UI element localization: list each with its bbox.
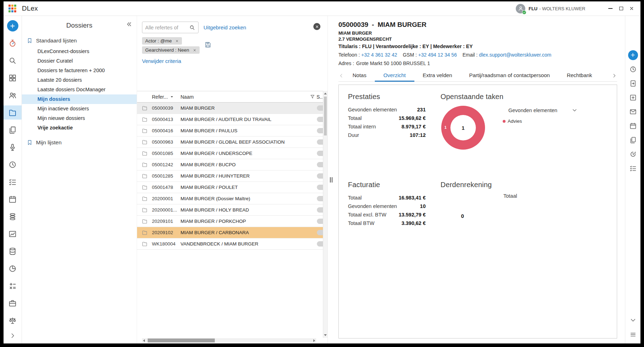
- column-header-naam[interactable]: Naam: [181, 94, 308, 100]
- tabs-scroll-left-icon[interactable]: [338, 73, 344, 79]
- add-icon[interactable]: [4, 19, 22, 33]
- mail-icon[interactable]: [625, 106, 640, 117]
- tab-overzicht[interactable]: Overzicht: [375, 70, 414, 82]
- phone-link[interactable]: +32 4 361 32 42: [361, 52, 397, 58]
- sidebar-item-laatste-dossiers-docmanager[interactable]: Laatste dossiers DocManager: [22, 85, 137, 94]
- statistics-icon[interactable]: [4, 261, 22, 276]
- table-row[interactable]: 05001478MIAM BURGER / POULET: [137, 182, 323, 193]
- dossiers-icon[interactable]: [4, 105, 22, 120]
- table-row[interactable]: 05000039MIAM BURGER: [137, 103, 323, 114]
- finance-icon[interactable]: [4, 209, 22, 224]
- tab-partij-raadsman[interactable]: Partij/raadsman of contactpersoon: [461, 70, 558, 82]
- sidebar-item-laatste-20-dossiers[interactable]: Laatste 20 dossiers: [22, 75, 137, 85]
- scroll-right-arrow[interactable]: [313, 339, 315, 342]
- open-tasks-donut-chart[interactable]: 1 1: [441, 106, 485, 150]
- export-document-icon[interactable]: [625, 78, 640, 88]
- sidebar-item-vrije-zoekactie[interactable]: Vrije zoekactie: [22, 123, 137, 133]
- scroll-left-arrow[interactable]: [143, 339, 145, 342]
- dictation-icon[interactable]: [4, 140, 22, 154]
- calculator-icon[interactable]: [4, 279, 22, 293]
- add-icon[interactable]: [625, 50, 640, 60]
- contacts-icon[interactable]: [4, 88, 22, 102]
- sidebar-item-mijn-nieuwe-dossiers[interactable]: Mijn nieuwe dossiers: [22, 114, 137, 123]
- table-row[interactable]: 20200001MIAM BURGER (Dossier Maître): [137, 193, 323, 204]
- time-icon[interactable]: [625, 64, 640, 74]
- documents-icon[interactable]: [4, 123, 22, 137]
- sidebar-item-mijn-inactieve-dossiers[interactable]: Mijn inactieve dossiers: [22, 104, 137, 114]
- save-search-button[interactable]: [204, 41, 212, 50]
- search-icon[interactable]: [4, 53, 22, 68]
- minimize-button[interactable]: [605, 3, 616, 14]
- reports-icon[interactable]: [4, 227, 22, 241]
- sidebar-item-mijn-dossiers[interactable]: Mijn dossiers: [22, 94, 137, 104]
- menu-icon[interactable]: [625, 329, 640, 340]
- horizontal-scrollbar[interactable]: [142, 338, 316, 343]
- column-header-referte[interactable]: Refer...: [152, 94, 181, 100]
- agenda-icon[interactable]: [4, 192, 22, 206]
- user-avatar[interactable]: [516, 4, 525, 13]
- close-button[interactable]: [626, 3, 637, 14]
- sidebar-item-dossier-curatel[interactable]: Dossier Curatel: [22, 56, 137, 66]
- table-row[interactable]: WK180004VANDENBROECK / MIAM BURGER: [137, 238, 323, 250]
- court-icon[interactable]: [4, 313, 22, 328]
- time-registration-icon[interactable]: [4, 157, 22, 172]
- scroll-down-arrow[interactable]: [324, 334, 327, 336]
- table-row[interactable]: 20200001...MIAM BURGER / HOLY BREAD: [137, 204, 323, 216]
- tab-extra-velden[interactable]: Extra velden: [414, 70, 461, 82]
- table-row[interactable]: 20209101MIAM BURGER / PORKCHOP: [137, 216, 323, 227]
- dossier-name: MIAM BURGER / HUINYTERER: [181, 173, 323, 179]
- collapse-sidebar-button[interactable]: [126, 21, 132, 29]
- search-icon[interactable]: [189, 24, 195, 31]
- sidebar-item-dossiers-te-factureren[interactable]: Dossiers te factureren + 2000: [22, 66, 137, 75]
- stat-row: Totaal intern8.979,17 €: [348, 122, 426, 131]
- tabs-scroll-right-icon[interactable]: [611, 73, 617, 79]
- expand-rail-icon[interactable]: [4, 331, 22, 341]
- found-elements-dropdown[interactable]: Gevonden elementen: [508, 107, 578, 113]
- search-input[interactable]: [145, 25, 187, 30]
- tab-notas[interactable]: Notas: [344, 70, 375, 82]
- agenda-icon[interactable]: [625, 121, 640, 131]
- table-row[interactable]: 05001285MIAM BURGER / HUINYTERER: [137, 170, 323, 182]
- filter-chip-gearchiveerd[interactable]: Gearchiveerd : Neen: [142, 46, 200, 54]
- clear-search-button[interactable]: [313, 23, 320, 30]
- clear-criteria-link[interactable]: Verwijder criteria: [142, 58, 181, 64]
- chip-remove-icon[interactable]: [193, 48, 196, 52]
- filter-funnel-icon[interactable]: [308, 94, 317, 99]
- panel-splitter[interactable]: [328, 16, 334, 343]
- table-row[interactable]: 05000963MIAM BURGER / GLOBAL BEEF ASSOCI…: [137, 137, 323, 148]
- briefcase-icon[interactable]: [4, 296, 22, 310]
- timer-icon[interactable]: [4, 36, 22, 50]
- table-row[interactable]: 05000413MIAM BURGER / AUDITEUR DU TRAVAI…: [137, 114, 323, 125]
- gsm-link[interactable]: +32 494 12 34 56: [418, 52, 457, 58]
- column-header-clipped[interactable]: S...: [317, 94, 323, 100]
- stat-value: 13.592,79 €: [398, 212, 426, 218]
- copy-documents-icon[interactable]: [625, 135, 640, 145]
- maximize-button[interactable]: [616, 3, 626, 14]
- history-icon[interactable]: [625, 149, 640, 159]
- scrollbar-thumb[interactable]: [324, 97, 327, 135]
- tab-rechtbank[interactable]: Rechtbank: [558, 70, 601, 82]
- database-icon[interactable]: [4, 244, 22, 258]
- sidebar-section-standaard-lijsten[interactable]: Standaard lijsten: [22, 35, 137, 47]
- vertical-scrollbar[interactable]: [323, 91, 327, 338]
- dashboard-icon[interactable]: [4, 71, 22, 85]
- table-row[interactable]: 05001242MIAM BURGER / BUCPO: [137, 159, 323, 170]
- sidebar-item-dlexconnect-dossiers[interactable]: DLexConnect-dossiers: [22, 47, 137, 56]
- email-link[interactable]: dlex.support@wolterskluwer.com: [479, 52, 551, 58]
- scrollbar-thumb[interactable]: [148, 339, 215, 342]
- add-note-icon[interactable]: [625, 92, 640, 103]
- tasks-icon[interactable]: [4, 175, 22, 189]
- advanced-search-link[interactable]: Uitgebreid zoeken: [203, 24, 246, 30]
- filter-chip-actor[interactable]: Actor : @me: [142, 37, 182, 45]
- app-grid-icon[interactable]: [8, 5, 16, 12]
- table-row[interactable]: 20209102MIAM BURGER / CARBONARA: [137, 227, 323, 238]
- scroll-down-icon[interactable]: [625, 315, 640, 325]
- chip-remove-icon[interactable]: [175, 39, 179, 43]
- double-chevron-left-icon: [126, 21, 132, 28]
- table-row[interactable]: 05000416MIAM BURGER / PAULUS: [137, 125, 323, 137]
- table-row[interactable]: 05001085MIAM BURGER / UNDERSCOPE: [137, 148, 323, 159]
- checklist-icon[interactable]: [625, 163, 640, 173]
- folder-icon: [137, 230, 152, 236]
- sidebar-section-mijn-lijsten[interactable]: Mijn lijsten: [22, 137, 137, 149]
- scroll-up-arrow[interactable]: [324, 93, 327, 94]
